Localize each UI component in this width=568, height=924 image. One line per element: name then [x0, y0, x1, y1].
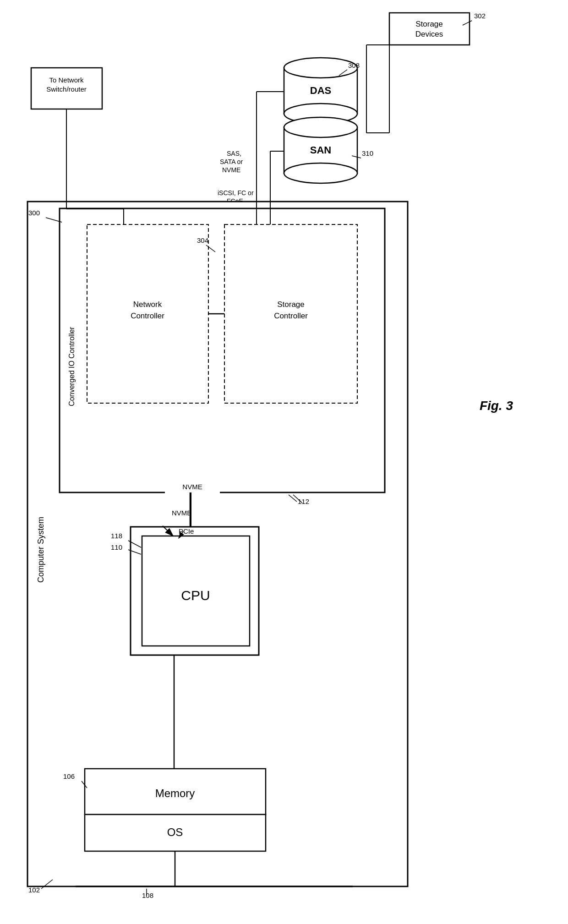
svg-text:Computer System: Computer System — [36, 517, 45, 583]
svg-rect-61 — [85, 769, 266, 815]
svg-text:To Network: To Network — [49, 76, 84, 84]
svg-text:112: 112 — [298, 498, 309, 505]
svg-rect-29 — [27, 202, 408, 886]
svg-rect-65 — [85, 815, 266, 851]
svg-text:SATA or: SATA or — [220, 158, 243, 165]
svg-text:310: 310 — [362, 149, 373, 157]
svg-text:110: 110 — [111, 543, 122, 551]
svg-text:Memory: Memory — [155, 787, 195, 799]
svg-line-64 — [82, 781, 87, 788]
svg-line-51 — [289, 495, 297, 502]
svg-text:108: 108 — [142, 891, 153, 899]
svg-line-56 — [128, 550, 141, 554]
svg-rect-49 — [165, 490, 220, 504]
svg-text:PCIe: PCIe — [179, 527, 194, 535]
svg-line-20 — [352, 156, 361, 158]
svg-text:Converged IO Controller: Converged IO Controller — [68, 327, 76, 406]
svg-text:NVME: NVME — [222, 166, 240, 174]
svg-line-14 — [339, 70, 347, 76]
svg-point-10 — [284, 58, 357, 78]
svg-text:Storage: Storage — [277, 300, 305, 309]
svg-text:FCoE: FCoE — [227, 197, 243, 205]
svg-text:Switch/router: Switch/router — [46, 85, 87, 93]
svg-rect-39 — [87, 224, 208, 403]
svg-text:Controller: Controller — [131, 312, 164, 320]
svg-point-16 — [284, 117, 357, 137]
svg-line-38 — [46, 218, 62, 222]
svg-line-4 — [463, 21, 472, 25]
svg-rect-9 — [284, 68, 357, 114]
svg-rect-42 — [224, 224, 357, 403]
figure-label: Fig. 3 — [480, 399, 513, 413]
svg-text:Controller: Controller — [274, 312, 308, 320]
svg-line-60 — [179, 531, 183, 538]
svg-point-17 — [284, 163, 357, 183]
svg-rect-52 — [131, 527, 259, 655]
svg-rect-35 — [60, 208, 385, 492]
diagram-container: Storage Devices 302 DAS 308 SAN 310 SAS,… — [0, 0, 568, 924]
svg-rect-0 — [389, 13, 470, 45]
svg-text:302: 302 — [474, 12, 486, 20]
svg-text:Storage: Storage — [415, 20, 443, 28]
svg-line-46 — [206, 245, 215, 252]
svg-rect-53 — [142, 536, 250, 646]
svg-text:308: 308 — [348, 61, 360, 69]
svg-text:SAS,: SAS, — [227, 150, 241, 157]
svg-line-32 — [41, 880, 53, 889]
svg-text:OS: OS — [167, 826, 183, 838]
svg-text:NVME: NVME — [182, 483, 202, 491]
svg-text:Network: Network — [133, 300, 162, 309]
svg-text:Devices: Devices — [415, 30, 443, 38]
svg-text:300: 300 — [28, 209, 40, 217]
diagram-svg: Storage Devices 302 DAS 308 SAN 310 SAS,… — [0, 0, 568, 924]
svg-text:iSCSI, FC or: iSCSI, FC or — [218, 189, 254, 197]
svg-text:SAN: SAN — [310, 144, 331, 156]
svg-text:102: 102 — [28, 886, 40, 894]
svg-text:DAS: DAS — [310, 85, 331, 96]
svg-point-11 — [284, 104, 357, 124]
svg-text:304: 304 — [197, 236, 208, 244]
svg-line-58 — [128, 541, 141, 547]
svg-rect-26 — [31, 68, 102, 109]
svg-text:106: 106 — [63, 772, 75, 780]
svg-rect-15 — [284, 127, 357, 173]
svg-line-84 — [293, 495, 302, 503]
svg-text:118: 118 — [111, 532, 122, 540]
svg-text:NVME: NVME — [172, 509, 191, 517]
svg-line-82 — [163, 526, 173, 536]
svg-text:CPU: CPU — [181, 588, 210, 603]
